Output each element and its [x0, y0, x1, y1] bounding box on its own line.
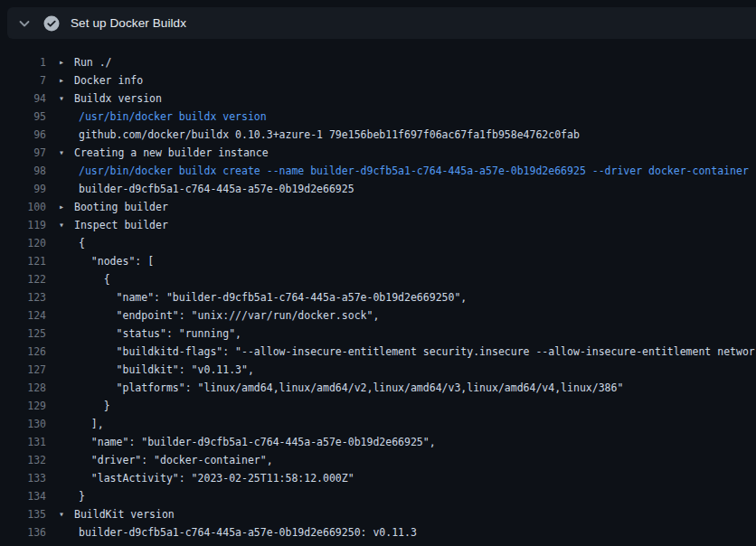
log-line: 120 {: [0, 234, 756, 252]
chevron-down-icon: ▾: [59, 216, 74, 234]
log-line: 99 builder-d9cfb5a1-c764-445a-a57e-0b19d…: [0, 180, 756, 198]
log-viewer: 1 ▸ Run ./ 7 ▸ Docker info 94 ▾ Buildx v…: [0, 39, 756, 546]
log-text: "lastActivity": "2023-02-25T11:58:12.000…: [79, 469, 354, 487]
line-number[interactable]: 130: [0, 415, 46, 433]
log-line: 125 "status": "running",: [0, 325, 756, 343]
line-number[interactable]: 97: [0, 144, 46, 162]
log-line: 96 github.com/docker/buildx 0.10.3+azure…: [0, 126, 756, 144]
log-line: 132 "driver": "docker-container",: [0, 451, 756, 469]
log-text: "buildkitd-flags": "--allow-insecure-ent…: [79, 343, 755, 361]
line-number[interactable]: 122: [0, 270, 46, 288]
line-number[interactable]: 128: [0, 379, 46, 397]
log-line[interactable]: 119 ▾ Inspect builder: [0, 216, 756, 234]
line-number[interactable]: 129: [0, 397, 46, 415]
log-line: 134 }: [0, 487, 756, 505]
log-text: "driver": "docker-container",: [79, 451, 273, 469]
chevron-down-icon: ▾: [59, 144, 74, 162]
log-line: 127 "buildkit": "v0.11.3",: [0, 361, 756, 379]
chevron-down-icon: ▾: [59, 505, 74, 523]
log-line: 130 ],: [0, 415, 756, 433]
log-text: Creating a new builder instance: [74, 144, 269, 162]
line-number[interactable]: 127: [0, 361, 46, 379]
log-line: 95 /usr/bin/docker buildx version: [0, 108, 756, 126]
log-line[interactable]: 94 ▾ Buildx version: [0, 89, 756, 108]
line-number[interactable]: 100: [0, 198, 46, 216]
log-text: "name": "builder-d9cfb5a1-c764-445a-a57e…: [79, 433, 436, 451]
line-number[interactable]: 131: [0, 433, 46, 451]
line-number[interactable]: 95: [0, 108, 46, 126]
log-text: Booting builder: [74, 198, 168, 216]
line-number[interactable]: 123: [0, 288, 46, 306]
line-number[interactable]: 99: [0, 180, 46, 198]
step-header[interactable]: Set up Docker Buildx: [7, 7, 756, 39]
log-text: ],: [79, 415, 104, 433]
chevron-right-icon: ▸: [59, 198, 74, 216]
log-text: "platforms": "linux/amd64,linux/amd64/v2…: [79, 379, 623, 397]
line-number[interactable]: 124: [0, 306, 46, 325]
line-number[interactable]: 1: [0, 53, 46, 71]
log-text: builder-d9cfb5a1-c764-445a-a57e-0b19d2e6…: [79, 180, 354, 198]
chevron-right-icon: ▸: [59, 71, 74, 89]
log-line[interactable]: 7 ▸ Docker info: [0, 71, 756, 89]
log-line[interactable]: 97 ▾ Creating a new builder instance: [0, 144, 756, 162]
log-line: 133 "lastActivity": "2023-02-25T11:58:12…: [0, 469, 756, 487]
log-text: "buildkit": "v0.11.3",: [79, 361, 254, 379]
line-number[interactable]: 94: [0, 89, 46, 108]
line-number[interactable]: 7: [0, 71, 46, 89]
log-line: 126 "buildkitd-flags": "--allow-insecure…: [0, 343, 756, 361]
log-text: {: [79, 234, 85, 252]
log-text: builder-d9cfb5a1-c764-445a-a57e-0b19d2e6…: [79, 523, 417, 541]
log-line: 98 /usr/bin/docker buildx create --name …: [0, 162, 756, 180]
chevron-right-icon: ▸: [59, 53, 74, 71]
log-line: 123 "name": "builder-d9cfb5a1-c764-445a-…: [0, 288, 756, 306]
line-number[interactable]: 134: [0, 487, 46, 505]
log-text: /usr/bin/docker buildx version: [79, 108, 267, 126]
line-number[interactable]: 135: [0, 505, 46, 523]
chevron-down-icon: ▾: [59, 89, 74, 108]
log-line: 131 "name": "builder-d9cfb5a1-c764-445a-…: [0, 433, 756, 451]
log-line: 136 builder-d9cfb5a1-c764-445a-a57e-0b19…: [0, 523, 756, 541]
log-line: 122 {: [0, 270, 756, 288]
log-text: }: [79, 397, 110, 415]
log-text: "endpoint": "unix:///var/run/docker.sock…: [79, 306, 379, 325]
log-text: Buildx version: [74, 89, 162, 108]
log-text: "name": "builder-d9cfb5a1-c764-445a-a57e…: [79, 288, 467, 306]
line-number[interactable]: 96: [0, 126, 46, 144]
line-number[interactable]: 125: [0, 325, 46, 343]
log-line: 124 "endpoint": "unix:///var/run/docker.…: [0, 306, 756, 325]
line-number[interactable]: 132: [0, 451, 46, 469]
log-text: "nodes": [: [79, 252, 154, 270]
line-number[interactable]: 120: [0, 234, 46, 252]
log-text: Docker info: [74, 71, 143, 89]
log-line: 121 "nodes": [: [0, 252, 756, 270]
log-text: github.com/docker/buildx 0.10.3+azure-1 …: [79, 126, 580, 144]
log-text: BuildKit version: [74, 505, 175, 523]
log-text: }: [79, 487, 85, 505]
line-number[interactable]: 133: [0, 469, 46, 487]
actions-log-page: Set up Docker Buildx 1 ▸ Run ./ 7 ▸ Dock…: [0, 0, 756, 546]
log-text: Run ./: [74, 53, 112, 71]
log-text: Inspect builder: [74, 216, 168, 234]
log-line[interactable]: 1 ▸ Run ./: [0, 53, 756, 71]
line-number[interactable]: 98: [0, 162, 46, 180]
chevron-down-icon: [17, 16, 32, 31]
log-text: "status": "running",: [79, 325, 241, 343]
log-text: /usr/bin/docker buildx create --name bui…: [79, 162, 749, 180]
log-line[interactable]: 100 ▸ Booting builder: [0, 198, 756, 216]
line-number[interactable]: 136: [0, 523, 46, 541]
log-line: 128 "platforms": "linux/amd64,linux/amd6…: [0, 379, 756, 397]
line-number[interactable]: 126: [0, 343, 46, 361]
line-number[interactable]: 121: [0, 252, 46, 270]
step-title: Set up Docker Buildx: [71, 16, 186, 30]
log-line: 129 }: [0, 397, 756, 415]
log-text: {: [79, 270, 110, 288]
log-line[interactable]: 135 ▾ BuildKit version: [0, 505, 756, 523]
line-number[interactable]: 119: [0, 216, 46, 234]
check-circle-icon: [43, 15, 60, 32]
